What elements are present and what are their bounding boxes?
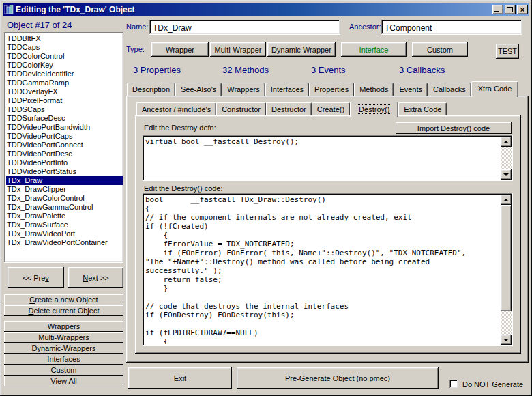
create-object-button[interactable]: Create a new Object [4, 294, 123, 305]
object-list-item[interactable]: TDx_DrawColorControl [6, 194, 123, 203]
name-label: Name: [126, 23, 148, 31]
maximize-button[interactable] [505, 5, 516, 14]
object-list-item[interactable]: TDx_DrawGammaControl [6, 203, 123, 212]
type-button-interface[interactable]: Interface [341, 42, 407, 57]
filter-multi-wrappers-button[interactable]: Multi-Wrappers [4, 332, 123, 343]
tab-extra-code[interactable]: Extra Code [398, 102, 447, 115]
close-icon: × [520, 5, 524, 14]
tab-destructor[interactable]: Destructor [266, 102, 312, 115]
type-button-wrapper[interactable]: Wrapper [151, 42, 209, 57]
do-not-generate-checkbox[interactable] [449, 380, 458, 388]
type-button-dynamic-wrapper[interactable]: Dynamic Wrapper [267, 42, 336, 57]
tab-description[interactable]: Description [127, 83, 175, 96]
maximize-icon [507, 7, 513, 12]
scroll-down-button[interactable] [501, 335, 512, 345]
arrow-up-icon [503, 199, 509, 201]
destroy-defn-editor[interactable]: virtual bool __fastcall Destroy(); [143, 135, 513, 181]
methods-count: 32 Methods [222, 65, 269, 75]
minimize-button[interactable] [492, 5, 503, 14]
scroll-up-button[interactable] [501, 137, 512, 147]
dialog-window: Editting the 'TDx_Draw' Object × Object … [0, 0, 532, 396]
arrow-down-icon [503, 173, 509, 176]
tab-constructor[interactable]: Constructor [216, 102, 266, 115]
prev-button[interactable]: << Prev [8, 267, 64, 288]
code-scrollbar[interactable] [501, 195, 512, 345]
object-list-item[interactable]: TDDOverlayFX [6, 87, 123, 96]
object-list-item[interactable]: TDx_DrawSurface [6, 221, 123, 229]
object-list-item[interactable]: TDDColorKey [6, 61, 123, 70]
object-listbox[interactable]: TDDBltFX TDDCaps TDDColorControl TDDColo… [4, 32, 123, 263]
arrow-down-icon [503, 339, 509, 341]
defn-scrollbar[interactable] [501, 137, 512, 180]
object-list-item[interactable]: TDDGammaRamp [6, 79, 123, 87]
destroy-code-text: bool __fastcall TDx_Draw::Destroy() { //… [145, 195, 498, 344]
events-count: 3 Events [311, 65, 346, 75]
delete-object-button[interactable]: Delete current Object [4, 305, 123, 316]
tab-interfaces[interactable]: Interfaces [265, 83, 309, 96]
scroll-track[interactable] [501, 205, 512, 335]
object-list-item[interactable]: TDDVideoPortInfo [6, 158, 123, 167]
properties-count: 3 Properties [133, 65, 181, 75]
app-icon [4, 5, 14, 14]
tab-methods[interactable]: Methods [354, 83, 394, 96]
tab-events[interactable]: Events [394, 83, 428, 96]
tab-xtra-code[interactable]: Xtra Code [471, 81, 519, 97]
minimize-icon [494, 11, 499, 12]
scroll-track[interactable] [501, 147, 512, 169]
arrow-up-icon [503, 141, 509, 143]
type-button-custom[interactable]: Custom [412, 42, 468, 57]
scroll-up-button[interactable] [501, 195, 512, 205]
object-list-item[interactable]: TDx_DrawVideoPort [6, 229, 123, 238]
do-not-generate-label: Do NOT Generate [462, 380, 523, 388]
destroy-code-editor[interactable]: bool __fastcall TDx_Draw::Destroy() { //… [143, 193, 513, 346]
window-title: Editting the 'TDx_Draw' Object [16, 5, 490, 14]
test-button[interactable]: TEST [496, 44, 519, 59]
type-button-multi-wrapper[interactable]: Multi-Wrapper [210, 42, 266, 57]
object-counter: Object #17 of 24 [7, 20, 72, 30]
next-button[interactable]: Next >> [68, 267, 123, 288]
filter-wrappers-button[interactable]: Wrappers [4, 321, 123, 332]
object-list-item[interactable]: TDDSCaps [6, 105, 123, 114]
object-list-item[interactable]: TDDCaps [6, 43, 123, 52]
object-list-item[interactable]: TDDPixelFormat [6, 96, 123, 105]
tab-properties[interactable]: Properties [309, 83, 354, 96]
object-list-item[interactable]: TDx_DrawVideoPortContainer [6, 238, 123, 247]
object-list-item[interactable]: TDx_Draw [6, 176, 123, 185]
object-list-item[interactable]: TDDVideoPortDesc [6, 150, 123, 158]
filter-custom-button[interactable]: Custom [4, 365, 123, 376]
object-list-item[interactable]: TDDVideoPortConnect [6, 141, 123, 150]
ancestor-input[interactable] [381, 20, 522, 35]
destroy-defn-code: virtual bool __fastcall Destroy(); [145, 137, 498, 179]
filter-dynamic-wrappers-button[interactable]: Dynamic-Wrappers [4, 343, 123, 354]
object-list-item[interactable]: TDDColorControl [6, 52, 123, 61]
object-list-item[interactable]: TDDDeviceIdentifier [6, 70, 123, 79]
object-list-item[interactable]: TDDSurfaceDesc [6, 114, 123, 123]
object-list-item[interactable]: TDx_DrawClipper [6, 185, 123, 194]
object-list-item[interactable]: TDx_DrawPalette [6, 212, 123, 221]
filter-view-all-button[interactable]: View All [4, 376, 123, 386]
object-list-item[interactable]: TDDBltFX [6, 34, 123, 43]
tab-wrappers[interactable]: Wrappers [222, 83, 265, 96]
object-list-item[interactable]: TDDVideoPortCaps [6, 132, 123, 141]
pregenerate-button[interactable]: Pre-Generate Object (no pmec) [237, 367, 439, 389]
tab-ancestor-includes[interactable]: Ancestor / #include's [136, 102, 216, 115]
tab-create[interactable]: Create() [312, 102, 350, 115]
object-list-item[interactable]: TDDVideoPortStatus [6, 167, 123, 176]
callbacks-count: 3 Callbacks [399, 65, 445, 75]
ancestor-label: Ancestor: [349, 23, 381, 31]
import-destroy-code-button[interactable]: Import Destroy() code [396, 122, 512, 134]
type-label: Type: [126, 45, 145, 53]
destroy-code-label: Edit the Destroy() code: [144, 184, 223, 193]
tab-callbacks[interactable]: Callbacks [428, 83, 471, 96]
tab-destroy[interactable]: Destroy() [350, 102, 398, 117]
scroll-thumb[interactable] [501, 205, 512, 311]
destroy-defn-label: Edit the Destroy defn: [144, 124, 216, 132]
name-input[interactable] [149, 20, 340, 35]
filter-interfaces-button[interactable]: Interfaces [4, 354, 123, 365]
object-list-item[interactable]: TDDVideoPortBandwidth [6, 123, 123, 132]
tab-see-alsos[interactable]: See-Also's [175, 83, 222, 96]
close-button[interactable]: × [517, 5, 528, 14]
scroll-down-button[interactable] [501, 169, 512, 180]
exit-button[interactable]: Exit [128, 367, 232, 389]
title-bar[interactable]: Editting the 'TDx_Draw' Object × [3, 3, 529, 16]
